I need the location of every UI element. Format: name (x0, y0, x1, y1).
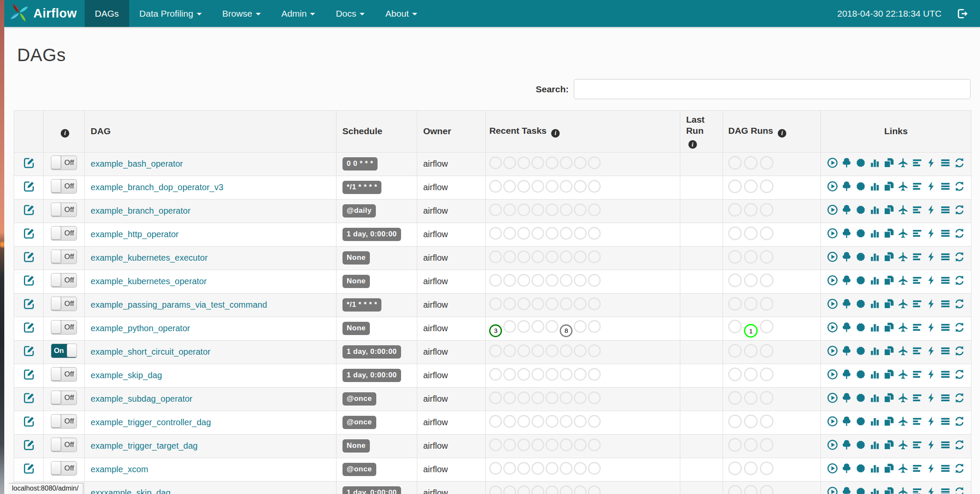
code-view-icon[interactable] (926, 439, 937, 450)
task-state-circle[interactable] (489, 250, 502, 263)
brand[interactable]: Airflow (4, 0, 85, 27)
task-state-circle[interactable] (517, 250, 530, 263)
dag-details-icon[interactable] (940, 275, 951, 286)
task-state-circle[interactable] (517, 203, 530, 216)
tree-view-icon[interactable] (841, 228, 852, 239)
trigger-dag-icon[interactable] (827, 157, 838, 168)
task-duration-icon[interactable] (869, 392, 880, 403)
task-state-circle[interactable] (503, 274, 516, 287)
code-view-icon[interactable] (926, 181, 937, 192)
nav-item-dags[interactable]: DAGs (85, 0, 129, 27)
dag-run-circle[interactable] (728, 226, 742, 240)
dag-link[interactable]: example_kubernetes_operator (91, 276, 207, 286)
schedule-badge[interactable]: 0 0 * * * (342, 157, 378, 171)
code-view-icon[interactable] (926, 322, 937, 333)
trigger-dag-icon[interactable] (827, 345, 838, 356)
dag-run-circle[interactable] (760, 226, 773, 240)
task-tries-icon[interactable] (883, 463, 894, 474)
dag-run-circle[interactable] (728, 179, 742, 193)
dag-link[interactable]: example_kubernetes_executor (91, 253, 208, 262)
graph-view-icon[interactable] (855, 181, 866, 192)
task-state-circle[interactable] (546, 391, 558, 404)
edit-dag-icon[interactable] (23, 439, 35, 451)
task-state-circle[interactable] (503, 227, 516, 240)
dag-details-icon[interactable] (940, 181, 951, 192)
info-icon[interactable]: i (778, 129, 786, 138)
task-tries-icon[interactable] (883, 275, 894, 286)
task-state-circle[interactable] (531, 415, 544, 428)
task-state-circle[interactable] (560, 180, 573, 193)
task-state-circle[interactable] (503, 368, 516, 381)
dag-run-circle[interactable] (744, 179, 758, 193)
edit-dag-icon[interactable] (23, 345, 35, 357)
refresh-icon[interactable] (954, 298, 965, 309)
tree-view-icon[interactable] (841, 251, 852, 262)
task-duration-icon[interactable] (869, 345, 880, 356)
edit-dag-icon[interactable] (23, 463, 35, 474)
task-state-circle[interactable] (531, 485, 544, 494)
task-state-circle[interactable] (489, 344, 502, 357)
code-view-icon[interactable] (926, 228, 937, 239)
dag-run-circle[interactable] (728, 203, 742, 217)
task-state-circle[interactable] (517, 274, 530, 287)
code-view-icon[interactable] (926, 392, 937, 403)
dag-run-circle[interactable] (744, 250, 758, 264)
dag-link[interactable]: example_bash_operator (91, 159, 183, 168)
schedule-badge[interactable]: None (342, 439, 370, 453)
task-state-circle[interactable] (489, 227, 502, 240)
info-icon[interactable]: i (688, 140, 697, 149)
nav-item-docs[interactable]: Docs (325, 0, 375, 27)
dag-run-circle[interactable] (728, 438, 742, 452)
task-state-circle[interactable] (503, 344, 516, 357)
task-state-circle[interactable] (503, 297, 516, 310)
dag-pause-toggle[interactable]: Off (51, 156, 77, 170)
gantt-icon[interactable] (912, 157, 923, 168)
dag-link[interactable]: example_branch_dop_operator_v3 (91, 182, 223, 192)
task-state-circle[interactable] (560, 415, 573, 428)
task-state-circle[interactable] (489, 438, 502, 451)
edit-dag-icon[interactable] (23, 228, 35, 239)
trigger-dag-icon[interactable] (827, 181, 838, 192)
task-state-circle[interactable] (560, 297, 573, 310)
task-state-circle[interactable] (503, 250, 516, 263)
task-tries-icon[interactable] (883, 345, 894, 356)
task-state-circle[interactable] (503, 438, 516, 451)
landing-times-icon[interactable] (897, 486, 909, 494)
task-state-circle[interactable] (503, 203, 516, 216)
graph-view-icon[interactable] (855, 369, 866, 380)
tree-view-icon[interactable] (841, 463, 852, 474)
gantt-icon[interactable] (912, 369, 923, 380)
dag-run-circle[interactable] (760, 415, 773, 428)
refresh-icon[interactable] (954, 275, 965, 286)
task-tries-icon[interactable] (883, 486, 894, 494)
graph-view-icon[interactable] (855, 345, 866, 356)
graph-view-icon[interactable] (855, 392, 866, 403)
trigger-dag-icon[interactable] (827, 439, 838, 450)
dag-pause-toggle[interactable]: Off (51, 414, 77, 429)
nav-item-admin[interactable]: Admin (271, 0, 326, 27)
task-state-circle[interactable] (517, 344, 530, 357)
dag-link[interactable]: example_skip_dag (91, 370, 162, 380)
task-state-circle[interactable] (574, 462, 587, 475)
tree-view-icon[interactable] (841, 322, 852, 333)
task-duration-icon[interactable] (869, 181, 880, 192)
dag-run-circle[interactable] (760, 368, 773, 381)
task-state-circle[interactable]: 3 (489, 324, 502, 337)
task-state-circle[interactable] (531, 462, 544, 475)
dag-link[interactable]: example_subdag_operator (91, 394, 192, 403)
trigger-dag-icon[interactable] (827, 275, 838, 286)
task-state-circle[interactable] (531, 203, 544, 216)
refresh-icon[interactable] (954, 463, 965, 474)
schedule-badge[interactable]: 1 day, 0:00:00 (342, 228, 401, 241)
tree-view-icon[interactable] (841, 416, 852, 427)
dag-link[interactable]: example_passing_params_via_test_command (91, 300, 267, 309)
refresh-icon[interactable] (954, 157, 965, 168)
gantt-icon[interactable] (912, 486, 923, 494)
task-state-circle[interactable] (546, 203, 558, 216)
nav-item-browse[interactable]: Browse (212, 0, 271, 27)
task-state-circle[interactable] (588, 391, 601, 404)
task-duration-icon[interactable] (869, 463, 880, 474)
dag-run-circle[interactable] (760, 273, 773, 287)
code-view-icon[interactable] (926, 251, 937, 262)
sign-out-icon[interactable] (956, 7, 969, 20)
